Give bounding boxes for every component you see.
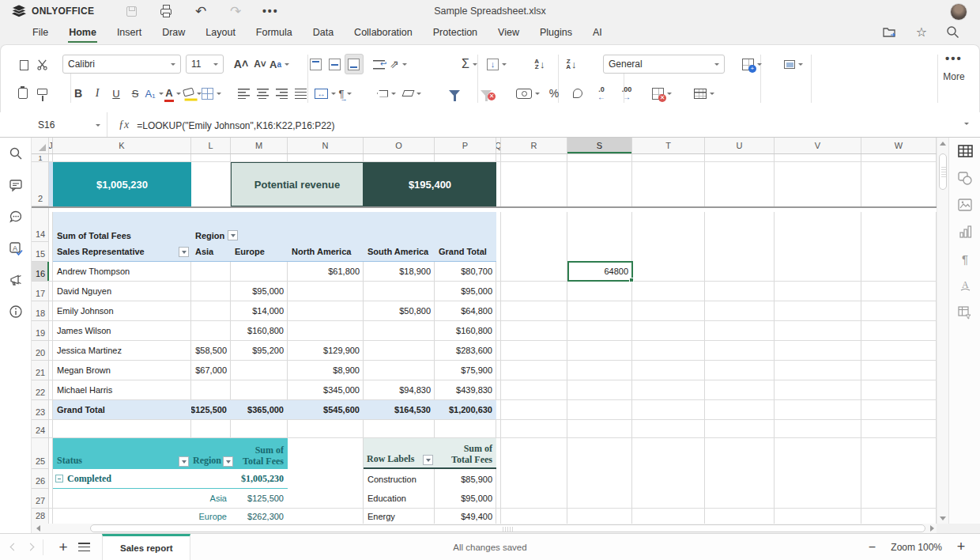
open-file-location-icon[interactable] — [883, 26, 897, 39]
cell[interactable]: $545,600 — [288, 400, 364, 419]
col-header[interactable]: L — [191, 138, 231, 153]
align-middle-icon[interactable] — [326, 54, 345, 74]
vertical-scrollbar[interactable] — [937, 138, 948, 524]
align-left-icon[interactable] — [234, 83, 253, 104]
cell[interactable]: $8,900 — [288, 361, 364, 380]
sort-descending-icon[interactable]: Z A↓ — [562, 54, 581, 74]
menu-view[interactable]: View — [488, 23, 530, 44]
bold-icon[interactable] — [69, 83, 88, 104]
pivot-title-cell[interactable]: Sum of Total Fees — [53, 231, 191, 240]
select-all-corner[interactable] — [32, 138, 49, 153]
search-icon[interactable] — [946, 25, 959, 39]
cell[interactable] — [364, 321, 435, 340]
number-format-select[interactable]: General — [603, 55, 725, 74]
comma-style-icon[interactable] — [568, 83, 587, 104]
sheet-list-icon[interactable] — [74, 537, 94, 558]
cell[interactable] — [288, 469, 364, 489]
menu-protection[interactable]: Protection — [423, 23, 488, 44]
scroll-down-icon[interactable] — [939, 514, 947, 522]
fill-down-icon[interactable] — [487, 54, 507, 74]
format-painter-icon[interactable] — [32, 83, 51, 104]
cell[interactable]: $95,000 — [435, 282, 496, 301]
cell-settings-icon[interactable] — [949, 138, 980, 165]
cell[interactable] — [191, 301, 231, 320]
cell[interactable]: $64,800 — [435, 301, 496, 320]
cell[interactable]: Andrew Thompson — [53, 262, 191, 281]
name-box[interactable] — [32, 112, 107, 137]
status-pivot-header[interactable]: Status Region Sum ofTotal Fees — [53, 438, 288, 469]
conditional-formatting-icon[interactable] — [784, 54, 803, 74]
increase-decimal-icon[interactable]: .00→ — [617, 83, 636, 104]
image-settings-icon[interactable] — [949, 191, 980, 218]
paste-icon[interactable] — [13, 83, 32, 104]
cell[interactable]: $49,400 — [435, 509, 496, 524]
col-header[interactable]: N — [288, 138, 364, 153]
row-header[interactable]: 23 — [32, 400, 49, 420]
menu-home[interactable]: Home — [58, 23, 107, 44]
prev-sheet-icon[interactable] — [10, 543, 18, 551]
named-ranges-icon[interactable] — [377, 83, 396, 104]
cell[interactable] — [231, 361, 288, 380]
textart-settings-icon[interactable]: A — [949, 272, 980, 299]
cell[interactable]: $94,830 — [364, 380, 435, 399]
menu-draw[interactable]: Draw — [152, 23, 195, 44]
pivot-col-header[interactable]: Europe — [231, 242, 288, 261]
row-header[interactable]: 26 — [32, 469, 49, 489]
filter-button[interactable] — [228, 230, 238, 240]
pivot-row-field-cell[interactable]: Sales Representative — [53, 242, 191, 261]
cell[interactable] — [364, 282, 435, 301]
cell[interactable] — [288, 321, 364, 340]
status-group-row[interactable]: Completed $1,005,230 — [53, 469, 288, 489]
col-header[interactable]: U — [705, 138, 775, 153]
menu-data[interactable]: Data — [303, 23, 344, 44]
industry-pivot-header[interactable]: Row Labels Sum ofTotal Fees — [364, 438, 496, 469]
cell[interactable] — [288, 438, 364, 469]
row-header[interactable]: 14 — [32, 212, 49, 242]
print-icon[interactable] — [157, 3, 175, 19]
cell[interactable]: $160,800 — [435, 321, 496, 340]
cell[interactable]: $80,700 — [435, 262, 496, 281]
col-header-selected[interactable]: S — [567, 138, 632, 153]
cell[interactable]: Europe — [191, 509, 231, 524]
cell[interactable] — [288, 509, 364, 524]
col-header[interactable]: V — [775, 138, 861, 153]
pivot-settings-icon[interactable] — [949, 299, 980, 326]
cell[interactable]: Energy — [364, 509, 435, 524]
cell[interactable]: Construction — [364, 469, 435, 489]
cell[interactable]: $14,000 — [231, 301, 288, 320]
row-header[interactable]: 25 — [32, 438, 49, 469]
col-header[interactable]: M — [231, 138, 288, 153]
next-sheet-icon[interactable] — [27, 543, 35, 551]
cell[interactable]: $1,005,230 — [231, 469, 288, 488]
cell[interactable]: $125,500 — [231, 489, 288, 508]
text-direction-icon[interactable] — [336, 83, 355, 104]
sheet-tab[interactable]: Sales report — [102, 534, 190, 560]
copy-icon[interactable] — [13, 54, 32, 74]
insert-cells-icon[interactable]: + — [742, 54, 762, 74]
avatar[interactable] — [950, 3, 967, 21]
row-header[interactable]: 21 — [32, 361, 49, 380]
cell[interactable]: Megan Brown — [53, 361, 191, 380]
cell[interactable] — [364, 361, 435, 380]
cell[interactable] — [288, 489, 364, 508]
kpi-label-cell[interactable]: Potential revenue — [231, 162, 364, 206]
cell[interactable]: $75,900 — [435, 361, 496, 380]
cell[interactable]: $85,900 — [435, 469, 496, 489]
text-orientation-icon[interactable] — [389, 54, 408, 74]
clear-filter-icon[interactable] — [477, 83, 496, 104]
scroll-left-icon[interactable] — [33, 524, 43, 532]
format-as-table-icon[interactable] — [694, 83, 714, 104]
shape-settings-icon[interactable] — [949, 165, 980, 191]
col-header[interactable]: K — [53, 138, 191, 153]
cell[interactable] — [53, 489, 191, 508]
row-header[interactable]: 24 — [32, 420, 49, 438]
accounting-style-icon[interactable] — [516, 83, 540, 104]
spellcheck-icon[interactable]: A — [0, 233, 32, 264]
row-header[interactable]: 18 — [32, 301, 49, 321]
increase-font-icon[interactable]: A˄ — [232, 54, 251, 74]
autosum-icon[interactable] — [460, 54, 479, 74]
cell[interactable]: $95,000 — [231, 282, 288, 301]
kpi-potential-cell[interactable]: $195,400 — [364, 162, 496, 206]
font-name-select[interactable]: Calibri — [62, 55, 181, 74]
find-icon[interactable] — [0, 138, 32, 169]
